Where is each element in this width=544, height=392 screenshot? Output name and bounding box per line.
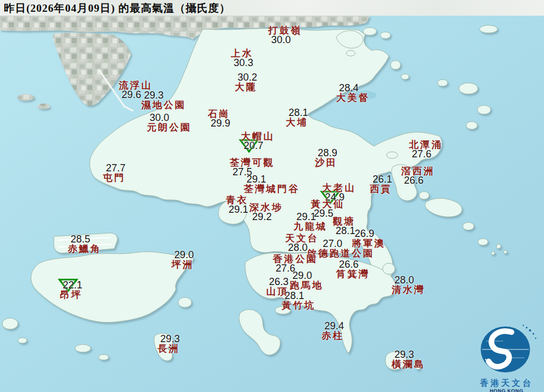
- station-value: 27.7: [103, 164, 125, 173]
- station-happy-valley: 29.0跑馬地: [290, 271, 323, 290]
- station-value: 28.1: [282, 291, 315, 301]
- station-value: 30.0: [147, 113, 192, 123]
- station-sai-kung: 26.1西貢: [370, 175, 392, 194]
- station-value: 26.6: [336, 260, 370, 269]
- station-name: 大隴: [235, 82, 257, 92]
- station-value: 29.3: [141, 91, 186, 100]
- station-value: 28.0: [392, 276, 425, 285]
- logo-name-chinese: 香港天文台: [469, 379, 543, 388]
- map-title: 昨日(2026年04月09日) 的最高氣溫（攝氏度）: [4, 1, 230, 16]
- station-cheung-chau: 29.3長洲: [157, 334, 180, 353]
- station-chek-lap-kok: 28.5赤鱲角: [68, 235, 101, 254]
- station-name: 沙田: [315, 158, 337, 167]
- station-tai-mei-tuk: 28.4大美督: [336, 83, 370, 102]
- station-waglan-island: 29.3橫瀾島: [392, 350, 425, 369]
- station-name: 坪洲: [171, 260, 194, 269]
- station-name: 橫瀾島: [392, 360, 425, 369]
- weather-map-page: 昨日(2026年04月09日) 的最高氣溫（攝氏度） 打鼓嶺30.0上水30.3…: [0, 0, 544, 392]
- station-value: 29.2: [249, 212, 283, 222]
- station-clear-water-bay: 28.0清水灣: [392, 276, 425, 295]
- station-value: 30.2: [235, 73, 257, 82]
- station-value: 26.3: [266, 277, 289, 287]
- station-value: 26.6: [401, 176, 435, 185]
- station-value: 29.3: [157, 334, 180, 344]
- logo-name-english: HONG KONG OBSERVATORY: [469, 388, 543, 392]
- station-value: 28.1: [286, 108, 308, 118]
- hko-logo: 香港天文台 HONG KONG OBSERVATORY: [469, 324, 543, 392]
- hko-logo-icon: [469, 324, 543, 376]
- station-kowloon-city: 29.1九龍城: [294, 212, 327, 231]
- station-value: 29.3: [392, 350, 425, 360]
- station-value: 28.9: [315, 148, 337, 158]
- station-value: 29.0: [290, 271, 323, 281]
- station-value: 29.4: [322, 321, 344, 331]
- station-name: 西貢: [370, 184, 392, 194]
- station-sheung-shui: 上水30.3: [231, 49, 253, 68]
- station-value: 29.1: [226, 205, 248, 214]
- station-value: 20.7: [241, 141, 275, 151]
- station-name: 清水灣: [392, 285, 425, 295]
- station-value: 26.1: [370, 175, 392, 184]
- station-shau-kei-wan: 26.6筲箕灣: [336, 260, 370, 279]
- station-tuen-mun: 27.7屯門: [103, 164, 125, 183]
- station-value: 29.9: [208, 119, 230, 128]
- station-name: 荃灣城門谷: [244, 184, 300, 194]
- station-value: 29.1: [244, 175, 300, 184]
- station-value: 26.9: [352, 229, 385, 239]
- station-name: 跑馬地: [290, 281, 323, 290]
- station-value: 27.6: [409, 150, 443, 159]
- station-tai-mo-shan: 大帽山20.7: [241, 132, 275, 151]
- station-tai-lung: 30.2大隴: [235, 73, 257, 92]
- station-tai-po: 28.1大埔: [286, 108, 308, 127]
- station-name: 九龍城: [294, 222, 327, 231]
- station-value: 30.0: [268, 35, 302, 45]
- station-pak-tam-chung: 北潭涌27.6: [409, 140, 443, 159]
- station-sham-shui-po: 深水埗29.2: [249, 203, 283, 222]
- station-ngong-ping: 22.1昂坪: [60, 281, 82, 300]
- station-value: 27.0: [307, 239, 374, 249]
- station-yuen-long-park: 30.0元朗公園: [147, 113, 192, 132]
- station-name: 筲箕灣: [336, 269, 370, 279]
- station-tsuen-wan-shing-mun-valley: 29.1荃灣城門谷: [244, 175, 300, 194]
- station-name: 屯門: [103, 173, 125, 183]
- station-name: 元朗公園: [147, 123, 192, 132]
- station-ta-kwu-ling: 打鼓嶺30.0: [268, 26, 302, 45]
- station-value: 30.3: [231, 58, 253, 68]
- station-peng-chau: 29.0坪洲: [171, 250, 194, 269]
- station-name: 昂坪: [60, 290, 82, 300]
- station-tsing-yi: 青衣29.1: [226, 195, 248, 214]
- station-wong-chuk-hang: 28.1黃竹坑: [282, 291, 315, 310]
- station-value: 28.4: [336, 83, 370, 93]
- station-wetland-park: 29.3濕地公園: [141, 91, 186, 110]
- station-value: 28.5: [68, 235, 101, 244]
- station-value: 29.0: [171, 250, 194, 260]
- station-name: 濕地公園: [141, 100, 186, 110]
- station-kau-sai-chau: 滘西洲26.6: [401, 166, 435, 185]
- station-value: 22.1: [60, 281, 82, 290]
- station-name: 大埔: [286, 118, 308, 127]
- station-name: 長洲: [157, 344, 180, 353]
- station-name: 大美督: [336, 93, 370, 102]
- station-stanley: 29.4赤柱: [322, 321, 344, 340]
- station-name: 黃竹坑: [282, 301, 315, 310]
- station-name: 赤鱲角: [68, 244, 101, 254]
- station-sha-tin: 28.9沙田: [315, 148, 337, 167]
- station-value: 29.1: [294, 212, 327, 222]
- station-shek-kong: 石崗29.9: [208, 109, 230, 128]
- stations-layer: 打鼓嶺30.0上水30.330.2大隴流浮山29.629.3濕地公園30.0元朗…: [0, 0, 544, 392]
- station-name: 赤柱: [322, 331, 344, 340]
- title-bar: 昨日(2026年04月09日) 的最高氣溫（攝氏度）: [0, 0, 544, 16]
